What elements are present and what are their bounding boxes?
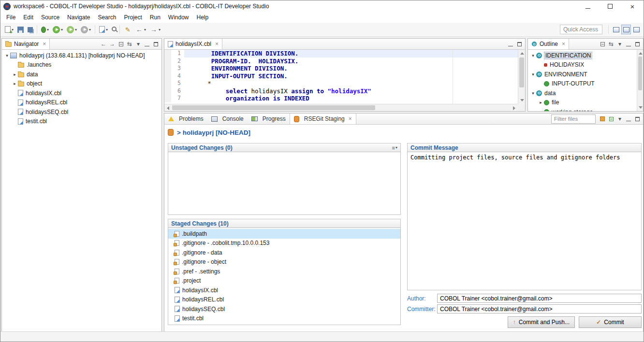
close-icon[interactable]: × — [562, 41, 565, 47]
dropdown-arrow-icon[interactable]: ▾ — [106, 28, 108, 32]
staged-item-buildpath[interactable]: .buildpath — [168, 229, 400, 239]
scroll-down-arrow[interactable] — [637, 104, 644, 111]
scroll-up-arrow[interactable] — [637, 50, 644, 57]
minimize-icon[interactable] — [143, 40, 151, 48]
editor-tab-holidaysix[interactable]: holidaysIX.cbl × — [164, 39, 222, 49]
menu-edit[interactable]: Edit — [19, 13, 37, 22]
expander-icon[interactable]: ▸ — [12, 81, 18, 86]
outline-vertical-scrollbar[interactable] — [637, 50, 643, 111]
code-line[interactable]: 1 IDENTIFICATION DIVISION. — [164, 50, 518, 57]
scroll-up-arrow[interactable] — [518, 50, 526, 57]
navigator-item-holidaysix-cbl[interactable]: holidaysIX.cbl — [2, 88, 161, 98]
outline-item-identification[interactable]: ▾IDENTIFICATION — [528, 51, 637, 60]
scrollbar-thumb[interactable] — [172, 105, 375, 110]
link-with-editor-icon[interactable]: ⇆ — [125, 40, 134, 48]
code-editor[interactable]: 1 IDENTIFICATION DIVISION.2 PROGRAM-ID. … — [164, 50, 518, 104]
minimize-icon[interactable] — [624, 40, 633, 48]
tab-console[interactable]: Console — [207, 114, 248, 124]
tab-problems[interactable]: Problems — [164, 114, 207, 124]
dropdown-arrow-icon[interactable]: ▾ — [75, 28, 77, 32]
expander-icon[interactable]: ▸ — [538, 110, 544, 111]
code-line[interactable]: 3 ENVIRONMENT DIVISION. — [164, 65, 518, 72]
expander-icon[interactable]: ▸ — [538, 100, 544, 105]
scroll-down-arrow[interactable] — [518, 97, 526, 104]
menu-file[interactable]: File — [2, 13, 19, 22]
tab-progress[interactable]: Progress — [248, 114, 290, 124]
search-button[interactable] — [110, 24, 117, 35]
staged-item-gitignore-data[interactable]: .gitignore - data — [168, 248, 400, 257]
close-icon[interactable]: × — [43, 41, 46, 47]
menu-run[interactable]: Run — [146, 13, 164, 22]
menu-help[interactable]: Help — [193, 13, 213, 22]
dropdown-arrow-icon[interactable]: ▾ — [89, 28, 91, 32]
minimize-button[interactable] — [577, 0, 599, 12]
maximize-button[interactable] — [599, 0, 621, 12]
menu-project[interactable]: Project — [120, 13, 146, 22]
navigator-item-holidayprj-133-68-41-131-holidayprj-no-head[interactable]: ▾holidayprj (133.68.41.131) [holidayprj … — [2, 51, 161, 60]
save-button[interactable] — [16, 24, 25, 35]
scroll-left-arrow[interactable] — [164, 104, 172, 112]
staged-item-gitignore-object[interactable]: .gitignore - object — [168, 257, 400, 267]
commit-button[interactable]: ✓ Commit — [579, 316, 642, 328]
last-edit-location-button[interactable] — [122, 24, 133, 35]
collapse-all-icon[interactable] — [117, 40, 125, 48]
menu-window[interactable]: Window — [164, 13, 193, 22]
view-menu-icon[interactable]: ▾ — [615, 40, 624, 48]
dropdown-arrow-icon[interactable]: ▾ — [47, 28, 49, 32]
back-icon[interactable]: ← — [99, 40, 108, 48]
scrollbar-thumb[interactable] — [638, 57, 642, 90]
navigator-item-launches[interactable]: .launches — [2, 60, 161, 70]
code-line[interactable]: 5 * — [164, 80, 518, 87]
code-line[interactable]: 2 PROGRAM-ID. HOLIDAYSIX. — [164, 57, 518, 65]
editor-horizontal-scrollbar[interactable] — [164, 104, 518, 111]
code-line[interactable]: 7 organization is INDEXED — [164, 95, 518, 102]
code-line[interactable]: 4 INPUT-OUTPUT SECTION. — [164, 72, 518, 80]
committer-input[interactable] — [437, 304, 642, 314]
outline-item-working-storage[interactable]: ▸working-storage — [528, 107, 637, 111]
run-button[interactable]: ▾ — [51, 24, 64, 35]
forward-button[interactable]: ▾ — [148, 24, 162, 35]
repository-header[interactable]: > holidayprj [NO-HEAD] — [168, 127, 250, 138]
outline-item-holidaysix[interactable]: HOLIDAYSIX — [528, 60, 637, 70]
minimize-icon[interactable] — [624, 114, 633, 123]
commit-message-input[interactable]: Committing project files, source files a… — [408, 152, 641, 290]
expander-icon[interactable]: ▾ — [530, 53, 536, 58]
expander-icon[interactable]: ▾ — [4, 53, 10, 58]
commit-and-push-button[interactable]: ↑ Commit and Push... — [508, 316, 575, 328]
expander-icon[interactable]: ▾ — [530, 72, 536, 77]
navigator-item-holidaysseq-cbl[interactable]: holidaysSEQ.cbl — [2, 107, 161, 117]
resource-perspective-button[interactable] — [631, 25, 641, 34]
outline-item-file[interactable]: ▸file — [528, 98, 637, 108]
menu-search[interactable]: Search — [94, 13, 120, 22]
maximize-icon[interactable] — [633, 114, 642, 123]
close-icon[interactable]: × — [215, 41, 219, 47]
editor-vertical-scrollbar[interactable] — [518, 50, 525, 104]
staged-item-testit-cbl[interactable]: testit.cbl — [168, 314, 400, 324]
staged-item-pref-settings[interactable]: .pref - .settings — [168, 267, 400, 276]
staged-item-project[interactable]: .project — [168, 276, 400, 286]
run-last-button[interactable]: ▾ — [65, 24, 78, 35]
navigator-item-object[interactable]: ▸object — [2, 79, 161, 89]
new-wizard-button[interactable]: ▾ — [3, 24, 15, 35]
presentation-menu-button[interactable]: ≡▾ — [392, 145, 397, 151]
link-with-editor-icon[interactable]: ⇆ — [607, 40, 615, 48]
expander-icon[interactable]: ▸ — [12, 72, 18, 77]
navigator-item-data[interactable]: ▸data — [2, 70, 161, 79]
scroll-right-arrow[interactable] — [511, 104, 518, 112]
outline-item-input-output[interactable]: INPUT-OUTPUT — [528, 79, 637, 89]
scrollbar-thumb[interactable] — [519, 57, 524, 87]
close-button[interactable]: × — [621, 0, 644, 12]
tab-navigator[interactable]: Navigator × — [2, 39, 50, 49]
debug-button[interactable]: ▾ — [40, 24, 50, 35]
minimize-icon[interactable] — [506, 40, 515, 48]
menu-source[interactable]: Source — [37, 13, 63, 22]
tab-rsegit-staging[interactable]: RSEGit Staging× — [290, 114, 356, 124]
back-button[interactable]: ▾ — [134, 24, 147, 35]
maximize-icon[interactable] — [515, 40, 524, 48]
open-perspective-button[interactable] — [611, 25, 621, 34]
outline-item-data[interactable]: ▾data — [528, 88, 637, 98]
outline-item-environment[interactable]: ▾ENVIRONMENT — [528, 70, 637, 79]
navigator-item-holidaysrel-cbl[interactable]: holidaysREL.cbl — [2, 98, 161, 108]
unstaged-changes-list[interactable] — [168, 152, 401, 215]
staged-item-holidaysix-cbl[interactable]: holidaysIX.cbl — [168, 285, 400, 295]
